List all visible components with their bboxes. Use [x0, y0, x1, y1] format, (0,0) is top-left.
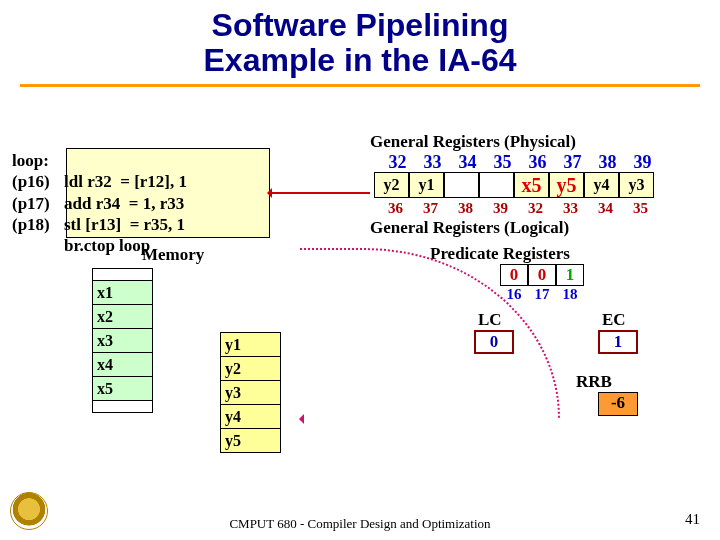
title-underline — [20, 84, 700, 87]
gpr-phys-index: 3233343536373839 — [380, 152, 660, 173]
slide-title: Software Pipelining Example in the IA-64 — [0, 0, 720, 78]
memory-label: Memory — [142, 245, 204, 265]
title-line2: Example in the IA-64 — [0, 43, 720, 78]
rrb-value: -6 — [598, 392, 638, 416]
rrb-label: RRB — [576, 372, 612, 392]
arrow-to-code — [270, 192, 370, 194]
gpr-log-label: General Registers (Logical) — [370, 218, 569, 238]
gpr-phys-label: General Registers (Physical) — [370, 132, 576, 152]
loop-label: loop: — [12, 150, 187, 171]
gpr-value-row: y2 y1 x5 y5 y4 y3 — [374, 172, 654, 198]
gpr-log-index: 3637383932333435 — [378, 200, 658, 217]
predicate-label: Predicate Registers — [430, 244, 570, 264]
ec-value: 1 — [598, 330, 638, 354]
title-line1: Software Pipelining — [0, 8, 720, 43]
predicate-values: 0 0 1 — [500, 264, 584, 286]
memory-x-table: x1 x2 x3 x4 x5 — [92, 268, 153, 413]
ec-label: EC — [602, 310, 626, 330]
loop-code: loop: (p16)ldl r32 = [r12], 1 (p17)add r… — [12, 150, 187, 256]
page-number: 41 — [685, 511, 700, 528]
predicate-index: 16 17 18 — [500, 286, 584, 303]
memory-y-table: y1 y2 y3 y4 y5 — [220, 332, 281, 453]
footer-text: CMPUT 680 - Compiler Design and Optimiza… — [0, 516, 720, 532]
